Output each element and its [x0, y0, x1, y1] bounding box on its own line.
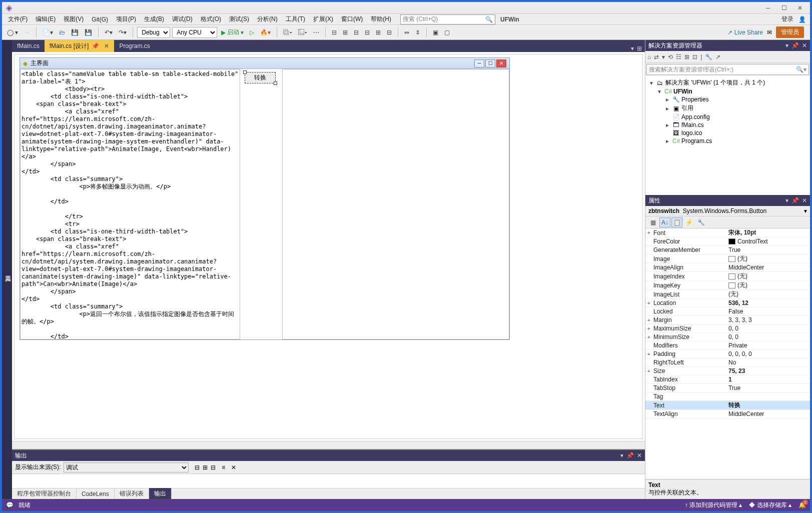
property-row[interactable]: +Font宋体, 10pt — [645, 228, 810, 238]
output-textbox[interactable] — [282, 69, 509, 340]
menu-file[interactable]: 文件(F) — [4, 14, 32, 24]
redo-button[interactable]: ↷▾ — [117, 28, 129, 37]
property-row[interactable]: ModifiersPrivate — [645, 342, 810, 350]
property-row[interactable]: Image(无) — [645, 254, 810, 264]
platform-select[interactable]: Any CPU — [172, 27, 217, 38]
order-back-icon[interactable]: ▢ — [442, 28, 452, 37]
menu-tools[interactable]: 工具(T) — [282, 14, 309, 24]
align-top-icon[interactable]: ⊟ — [363, 28, 372, 37]
solution-root[interactable]: 解决方案 'UFWin' (1 个项目，共 1 个) — [665, 78, 765, 87]
tab-program-cs[interactable]: Program.cs — [114, 40, 155, 52]
undo-button[interactable]: ↶▾ — [103, 28, 115, 37]
property-row[interactable]: TabIndex1 — [645, 376, 810, 384]
layout-btn1[interactable]: ⿻▾ — [281, 28, 294, 37]
menu-format[interactable]: 格式(O) — [197, 14, 225, 24]
menu-test[interactable]: 测试(S) — [225, 14, 253, 24]
chat-icon[interactable]: 💬 — [6, 502, 14, 508]
property-object-selector[interactable]: zbtnswitch System.Windows.Forms.Button▾ — [645, 206, 810, 216]
prop-pages-icon[interactable]: 🔧 — [695, 218, 706, 228]
property-row[interactable]: GenerateMemberTrue — [645, 246, 810, 254]
property-row[interactable]: TextAlignMiddleCenter — [645, 410, 810, 418]
se-btn3-icon[interactable]: ⊡ — [692, 54, 697, 60]
nav-fwd-button[interactable]: → — [22, 28, 32, 37]
prop-events-icon[interactable]: ⚡ — [683, 218, 694, 228]
align-center-icon[interactable]: ⊞ — [341, 28, 350, 37]
hot-reload-button[interactable]: 🔥▾ — [258, 28, 273, 37]
panel-pin-icon[interactable]: 📌 — [626, 452, 634, 459]
form-designer-canvas[interactable]: ◆ 主界面 ─ ☐ ✕ <table class="nameValue tabl… — [14, 54, 643, 439]
output-source-select[interactable]: 调试 — [64, 462, 189, 472]
prop-dropdown-icon[interactable]: ▾ — [785, 197, 788, 204]
property-row[interactable]: Tag — [645, 392, 810, 401]
solution-search-input[interactable]: 搜索解决方案资源管理器(Ctrl+;)🔍▾ — [646, 64, 809, 75]
se-sync-icon[interactable]: ⟲ — [668, 54, 673, 60]
liveshare-button[interactable]: ↗ Live Share — [727, 29, 763, 36]
align-mid-icon[interactable]: ⊞ — [374, 28, 383, 37]
out-clearall-icon[interactable]: ✕ — [231, 464, 236, 471]
property-row[interactable]: ForeColorControlText — [645, 238, 810, 246]
hspace-icon[interactable]: ⇔ — [402, 28, 411, 37]
designer-hscrollbar[interactable] — [12, 441, 645, 449]
property-row[interactable]: LockedFalse — [645, 308, 810, 316]
out-clear-icon[interactable]: ⊟ — [195, 464, 200, 471]
property-row[interactable]: TabStopTrue — [645, 384, 810, 392]
bottom-tab-pmc[interactable]: 程序包管理器控制台 — [12, 488, 77, 500]
tab-fmain-cs[interactable]: fMain.cs — [12, 40, 45, 52]
config-select[interactable]: Debug — [137, 27, 170, 38]
menu-edit[interactable]: 编辑(E) — [32, 14, 60, 24]
project-node[interactable]: UFWin — [673, 88, 692, 95]
prop-categorized-icon[interactable]: ▦ — [647, 218, 658, 228]
node-fmain[interactable]: fMain.cs — [681, 122, 704, 128]
global-search-input[interactable]: 搜索 (Ctrl+Q) 🔍 — [400, 14, 495, 24]
menu-build[interactable]: 生成(B) — [140, 14, 168, 24]
new-button[interactable]: 📄▾ — [41, 28, 55, 37]
source-control-button[interactable]: ↑ 添加到源代码管理 ▴ — [685, 501, 742, 510]
out-toggle2-icon[interactable]: ⊟ — [211, 464, 216, 471]
solution-tree[interactable]: ▾🗂解决方案 'UFWin' (1 个项目，共 1 个) ▾C#UFWin ▸🔧… — [645, 76, 810, 195]
node-logo[interactable]: logo.ico — [681, 130, 702, 136]
property-row[interactable]: ImageIndex(无) — [645, 272, 810, 281]
notifications-button[interactable]: 🔔2 — [798, 502, 806, 508]
align-left-icon[interactable]: ⊟ — [330, 28, 339, 37]
maximize-icon[interactable]: ☐ — [778, 4, 790, 12]
menu-window[interactable]: 窗口(W) — [337, 14, 367, 24]
property-row[interactable]: +Location536, 12 — [645, 299, 810, 308]
se-wrench-icon[interactable]: 🔧 — [705, 54, 712, 60]
tab-fmain-design[interactable]: fMain.cs [设计]📌✕ — [45, 40, 115, 52]
login-link[interactable]: 登录 — [781, 15, 793, 24]
se-btn2-icon[interactable]: ⊞ — [684, 54, 689, 60]
property-row[interactable]: ImageList(无) — [645, 290, 810, 299]
panel-close-icon[interactable]: ✕ — [637, 452, 642, 459]
bottom-tab-errorlist[interactable]: 错误列表 — [115, 488, 149, 500]
se-btn1-icon[interactable]: ☷ — [676, 54, 681, 60]
prop-props-icon[interactable]: 📋 — [671, 218, 682, 228]
source-textbox[interactable]: <table class="nameValue table table-sm t… — [20, 69, 240, 340]
menu-analyze[interactable]: 分析(N) — [253, 14, 282, 24]
property-row[interactable]: RightToLeftNo — [645, 358, 810, 367]
se-dropdown-icon[interactable]: ▾ — [785, 42, 788, 49]
node-properties[interactable]: Properties — [681, 96, 709, 103]
pin-icon[interactable]: 📌 — [92, 42, 99, 50]
tab-dropdown-icon[interactable]: ▾ — [631, 45, 634, 52]
property-row[interactable]: Text转换 — [645, 401, 810, 410]
close-icon[interactable]: ✕ — [794, 4, 806, 12]
convert-button[interactable]: 转换 — [245, 72, 276, 84]
property-row[interactable]: +Padding0, 0, 0, 0 — [645, 350, 810, 358]
se-pin-icon[interactable]: 📌 — [791, 42, 799, 49]
user-icon[interactable]: 👤 — [798, 16, 806, 23]
se-close-icon[interactable]: ✕ — [802, 42, 807, 49]
node-references[interactable]: 引用 — [681, 104, 693, 112]
tab-more-icon[interactable]: ⊞ — [637, 45, 642, 52]
menu-project[interactable]: 项目(P) — [112, 14, 140, 24]
menu-extensions[interactable]: 扩展(X) — [309, 14, 337, 24]
bottom-tab-codelens[interactable]: CodeLens — [77, 489, 115, 499]
node-program[interactable]: Program.cs — [681, 138, 712, 144]
open-button[interactable]: 🗁 — [57, 28, 67, 37]
se-home-icon[interactable]: ⌂ — [647, 54, 651, 60]
out-wrap-icon[interactable]: ≡ — [222, 464, 225, 471]
menu-help[interactable]: 帮助(H) — [367, 14, 395, 24]
prop-alpha-icon[interactable]: A↓ — [659, 218, 670, 228]
se-switch-icon[interactable]: ⇄ — [654, 54, 659, 60]
property-row[interactable]: +MinimumSize0, 0 — [645, 333, 810, 342]
out-toggle1-icon[interactable]: ⊞ — [203, 464, 208, 471]
